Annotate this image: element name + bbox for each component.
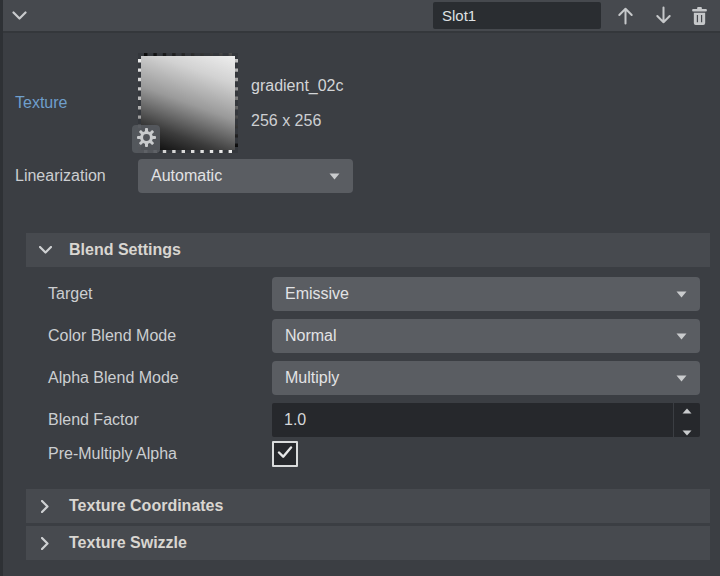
section-header-blend-settings[interactable]: Blend Settings: [26, 233, 710, 267]
alpha-blend-mode-field: Alpha Blend Mode Multiply: [48, 361, 700, 395]
texture-slot-panel: Texture: [0, 0, 720, 560]
texture-label: Texture: [0, 94, 138, 112]
blend-factor-field: Blend Factor: [48, 403, 700, 437]
delete-icon[interactable]: [691, 6, 708, 26]
linearization-select[interactable]: Automatic: [138, 159, 353, 193]
pre-multiply-alpha-checkbox[interactable]: [272, 441, 298, 467]
section-header-texture-coordinates[interactable]: Texture Coordinates: [26, 489, 710, 523]
slot-header: [0, 0, 720, 33]
panel-collapse-chevron-icon[interactable]: [12, 11, 27, 20]
target-field: Target Emissive: [48, 277, 700, 311]
move-down-icon[interactable]: [653, 5, 674, 26]
texture-meta: gradient_02c 256 x 256: [251, 77, 344, 130]
linearization-label: Linearization: [0, 167, 138, 185]
slot-name-input[interactable]: [433, 2, 601, 29]
target-select[interactable]: Emissive: [272, 277, 700, 311]
linearization-select-value: Automatic: [151, 167, 222, 185]
color-blend-mode-select[interactable]: Normal: [272, 319, 700, 353]
target-select-value: Emissive: [285, 285, 349, 303]
section-title: Texture Coordinates: [69, 497, 223, 515]
color-blend-mode-label: Color Blend Mode: [48, 327, 272, 345]
move-up-icon[interactable]: [615, 5, 636, 26]
caret-down-icon: [676, 291, 687, 298]
caret-down-icon: [329, 173, 340, 180]
chevron-right-icon: [38, 537, 52, 550]
color-blend-mode-field: Color Blend Mode Normal: [48, 319, 700, 353]
blend-factor-label: Blend Factor: [48, 411, 272, 429]
check-icon: [277, 445, 293, 463]
alpha-blend-mode-select[interactable]: Multiply: [272, 361, 700, 395]
section-header-texture-swizzle[interactable]: Texture Swizzle: [26, 526, 710, 560]
caret-down-icon: [676, 375, 687, 382]
stepper-up-icon[interactable]: [682, 400, 692, 418]
stepper-down-icon[interactable]: [682, 422, 692, 440]
slot-actions: [615, 5, 708, 26]
blend-settings-body: Target Emissive Color Blend Mode Normal: [0, 267, 720, 467]
texture-thumbnail[interactable]: [138, 53, 238, 153]
section-title: Blend Settings: [69, 241, 181, 259]
blend-factor-input[interactable]: [272, 403, 673, 437]
texture-name: gradient_02c: [251, 77, 344, 95]
chevron-right-icon: [38, 500, 52, 513]
panel-left-edge: [0, 0, 3, 576]
texture-settings-button[interactable]: [132, 125, 160, 153]
section-title: Texture Swizzle: [69, 534, 187, 552]
blend-factor-input-wrap: [272, 403, 700, 437]
pre-multiply-alpha-field: Pre-Multiply Alpha: [48, 441, 700, 467]
blend-factor-stepper[interactable]: [673, 403, 700, 437]
texture-dimensions: 256 x 256: [251, 112, 344, 130]
gear-icon: [137, 128, 156, 150]
alpha-blend-mode-select-value: Multiply: [285, 369, 339, 387]
pre-multiply-alpha-label: Pre-Multiply Alpha: [48, 445, 272, 463]
alpha-blend-mode-label: Alpha Blend Mode: [48, 369, 272, 387]
color-blend-mode-select-value: Normal: [285, 327, 337, 345]
linearization-field: Linearization Automatic: [0, 159, 720, 193]
texture-field: Texture: [0, 53, 720, 153]
chevron-down-icon: [38, 246, 52, 254]
caret-down-icon: [676, 333, 687, 340]
target-label: Target: [48, 285, 272, 303]
